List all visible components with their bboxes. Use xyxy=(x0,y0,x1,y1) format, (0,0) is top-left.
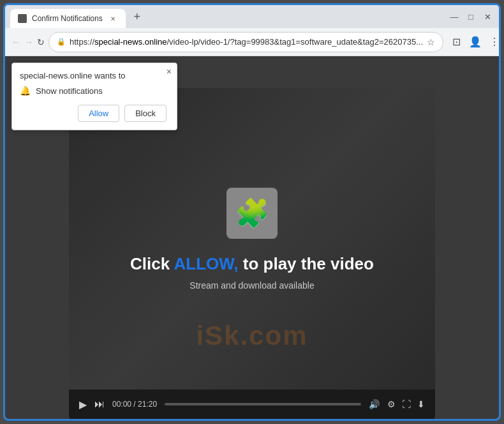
volume-button[interactable]: 🔊 xyxy=(369,399,380,409)
url-path: /video-lp/video-1/?tag=99983&tag1=softwa… xyxy=(167,37,423,47)
headline-allow: ALLOW, xyxy=(174,254,238,273)
tab-close-button[interactable]: ✕ xyxy=(108,13,118,24)
skip-button[interactable]: ⏭ xyxy=(94,398,105,410)
account-button[interactable]: 👤 xyxy=(466,33,484,51)
forward-button[interactable]: → xyxy=(24,33,33,51)
url-protocol: https:// xyxy=(70,37,94,47)
extensions-button[interactable]: ⊡ xyxy=(447,33,465,51)
page-content: iSk.com × special-news.online wants to 🔔… xyxy=(5,56,499,419)
time-display: 00:00 / 21:20 xyxy=(112,400,157,409)
reload-button[interactable]: ↻ xyxy=(37,33,45,51)
minimize-button[interactable]: — xyxy=(448,10,461,23)
title-bar: Confirm Notifications ✕ + — □ ✕ xyxy=(5,5,499,28)
allow-button[interactable]: Allow xyxy=(78,105,119,122)
bell-icon: 🔔 xyxy=(20,86,31,96)
notification-label: Show notifications xyxy=(36,86,103,96)
menu-button[interactable]: ⋮ xyxy=(485,33,501,51)
lock-icon: 🔒 xyxy=(57,38,66,46)
close-window-button[interactable]: ✕ xyxy=(481,10,494,23)
puzzle-icon-wrapper: 🧩 xyxy=(226,188,278,239)
puzzle-icon: 🧩 xyxy=(235,197,270,230)
video-main: iSk.com 🧩 Click ALLOW, to play the video… xyxy=(69,88,435,390)
url-bar[interactable]: 🔒 https://special-news.online/video-lp/v… xyxy=(48,32,443,52)
headline-suffix: to play the video xyxy=(239,254,374,273)
popup-buttons: Allow Block xyxy=(20,105,167,122)
tab-strip: Confirm Notifications ✕ + xyxy=(10,5,448,28)
active-tab[interactable]: Confirm Notifications ✕ xyxy=(10,9,126,28)
video-container: iSk.com 🧩 Click ALLOW, to play the video… xyxy=(69,88,435,419)
tab-favicon xyxy=(18,14,27,23)
browser-window: Confirm Notifications ✕ + — □ ✕ ← → ↻ 🔒 … xyxy=(3,3,501,421)
new-tab-button[interactable]: + xyxy=(128,8,146,26)
video-watermark: iSk.com xyxy=(69,321,435,351)
right-controls: ⚙ ⛶ ⬇ xyxy=(387,399,425,409)
download-button[interactable]: ⬇ xyxy=(417,399,425,409)
play-button[interactable]: ▶ xyxy=(79,398,87,411)
url-text: https://special-news.online/video-lp/vid… xyxy=(70,37,423,47)
address-bar: ← → ↻ 🔒 https://special-news.online/vide… xyxy=(5,28,499,56)
address-right-buttons: ⊡ 👤 ⋮ xyxy=(447,33,501,51)
video-subtitle: Stream and download available xyxy=(189,280,314,291)
tab-title: Confirm Notifications xyxy=(32,14,103,23)
fullscreen-button[interactable]: ⛶ xyxy=(402,399,411,409)
headline-prefix: Click xyxy=(130,254,174,273)
back-button[interactable]: ← xyxy=(11,33,20,51)
notification-row: 🔔 Show notifications xyxy=(20,86,167,96)
popup-title: special-news.online wants to xyxy=(20,71,167,80)
block-button[interactable]: Block xyxy=(124,105,167,122)
video-headline: Click ALLOW, to play the video xyxy=(130,254,374,274)
bookmark-star-icon[interactable]: ☆ xyxy=(427,37,435,47)
notification-popup: × special-news.online wants to 🔔 Show no… xyxy=(11,63,177,130)
maximize-button[interactable]: □ xyxy=(464,10,477,23)
progress-bar[interactable] xyxy=(165,403,361,405)
settings-button[interactable]: ⚙ xyxy=(387,399,396,409)
window-controls: — □ ✕ xyxy=(448,10,494,23)
popup-close-button[interactable]: × xyxy=(167,67,172,76)
video-controls: ▶ ⏭ 00:00 / 21:20 🔊 ⚙ ⛶ ⬇ xyxy=(69,390,435,419)
url-domain: special-news.online xyxy=(94,37,167,47)
